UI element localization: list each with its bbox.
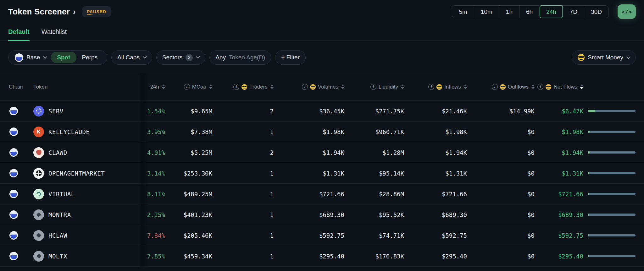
col-header-liquidity[interactable]: iLiquidity [344, 84, 404, 90]
cell-volumes: $1.98K [274, 128, 344, 135]
table-row[interactable]: MOLTX7.85%$459.34K1$295.40$176.83K$295.4… [0, 246, 644, 267]
table-row[interactable]: KKELLYCLAUDE3.95%$7.38M1$1.98K$960.71K$1… [0, 122, 644, 142]
cell-flow-bar [583, 151, 638, 154]
cell-chain [9, 107, 33, 115]
base-chain-icon [9, 107, 18, 115]
sort-up-arrow [531, 84, 535, 86]
paused-badge[interactable]: PAUSED [82, 6, 111, 17]
chain-icon-inner [10, 211, 17, 218]
token-icon-glyph [36, 254, 41, 259]
cell-change-24h: 7.85% [141, 253, 165, 260]
net-flow-bar-fill [588, 151, 590, 154]
timeframe-10m[interactable]: 10m [474, 6, 499, 18]
table-row[interactable]: CLAWD4.01%$5.25M2$1.94K$1.28M$1.94K$0$1.… [0, 142, 644, 163]
chevron-right-icon[interactable]: › [73, 7, 76, 17]
cell-mcap: $489.25M [165, 191, 212, 198]
chain-icon-inner [10, 191, 17, 197]
cell-liquidity: $28.86M [344, 191, 404, 198]
col-header-label: Token [33, 84, 47, 90]
code-view-button[interactable]: </> [618, 4, 636, 19]
net-flow-bar-fill [588, 214, 589, 216]
smart-money-dropdown[interactable]: Smart Money [572, 50, 636, 65]
market-toggle-spot[interactable]: Spot [51, 52, 76, 63]
cell-liquidity: $95.14K [344, 170, 404, 177]
caps-filter[interactable]: All Caps [111, 50, 152, 65]
tab-watchlist[interactable]: Watchlist [42, 23, 67, 41]
net-flow-bar [588, 110, 636, 112]
col-header-label: Outflows [508, 84, 529, 90]
col-header-change24h[interactable]: 24h [141, 84, 165, 90]
base-chain-icon [15, 53, 23, 62]
sectors-filter[interactable]: Sectors 3 [156, 50, 205, 65]
token-icon-glyph [36, 149, 42, 155]
net-flow-bar [588, 172, 636, 174]
filter-bar: Base Spot Perps All Caps Sectors 3 Any T… [0, 41, 644, 73]
token-age-filter[interactable]: Any Token Age(D) [209, 50, 271, 65]
info-icon[interactable]: i [302, 84, 308, 90]
token-table: ChainToken24hiMCapiTradersiVolumesiLiqui… [0, 73, 644, 267]
cell-flow-bar [583, 214, 638, 216]
col-header-label: Volumes [318, 84, 338, 90]
cell-liquidity: $95.52K [344, 211, 404, 218]
chain-dropdown[interactable]: Base [26, 54, 40, 61]
table-row[interactable]: MONTRA2.25%$401.23K1$689.30$95.52K$689.3… [0, 204, 644, 225]
cell-net-flows: $6.47K [535, 108, 583, 115]
cell-token: SERV [33, 106, 141, 117]
col-header-volumes[interactable]: iVolumes [274, 84, 344, 90]
cell-mcap: $205.46K [165, 232, 212, 239]
token-name: HCLAW [48, 232, 67, 239]
info-icon[interactable]: i [370, 84, 376, 90]
timeframe-24h[interactable]: 24h [539, 5, 563, 18]
table-row[interactable]: OPENAGENTMARKET3.14%$253.30K1$1.31K$95.1… [0, 163, 644, 184]
timeframe-30d[interactable]: 30D [584, 6, 608, 18]
chain-icon-inner [10, 232, 17, 239]
cell-inflows: $21.46K [404, 108, 467, 115]
col-header-mcap[interactable]: iMCap [165, 84, 212, 90]
timeframe-1h[interactable]: 1h [499, 6, 519, 18]
token-icon-glyph [36, 212, 41, 217]
cell-volumes: $689.30 [274, 211, 344, 218]
cell-liquidity: $271.75K [344, 108, 404, 115]
chain-icon-inner [10, 128, 17, 135]
info-icon[interactable]: i [233, 84, 239, 90]
sort-down-arrow [464, 87, 467, 89]
cell-chain [9, 169, 33, 177]
col-header-label: 24h [150, 84, 159, 90]
token-name: SERV [48, 108, 64, 115]
cell-inflows: $592.75 [404, 232, 467, 239]
sort-icon [209, 84, 212, 89]
col-header-outflows[interactable]: iOutflows [467, 84, 535, 90]
chevron-down-icon [143, 55, 147, 59]
net-flow-bar [588, 131, 636, 133]
col-header-inflows[interactable]: iInflows [404, 84, 467, 90]
base-chain-icon [9, 148, 18, 157]
sectors-count-badge: 3 [186, 54, 193, 61]
net-flow-bar-fill [588, 193, 589, 195]
timeframe-5m[interactable]: 5m [452, 6, 474, 18]
tab-default[interactable]: Default [8, 23, 30, 41]
timeframe-7d[interactable]: 7D [563, 6, 584, 18]
token-name: KELLYCLAUDE [48, 128, 90, 135]
table-row[interactable]: SERV1.54%$9.65M2$36.45K$271.75K$21.46K$1… [0, 101, 644, 122]
token-name: MOLTX [48, 253, 67, 260]
net-flow-bar [588, 151, 636, 154]
market-toggle-perps[interactable]: Perps [80, 54, 102, 61]
table-row[interactable]: HCLAW7.84%$205.46K1$592.75$74.71K$592.75… [0, 225, 644, 246]
cell-outflows: $0 [467, 170, 535, 177]
info-icon[interactable]: i [184, 84, 190, 90]
add-filter-button[interactable]: + Filter [275, 50, 306, 65]
sunglasses-emoji-icon [578, 54, 585, 61]
cell-flow-bar [583, 131, 638, 133]
info-icon[interactable]: i [537, 84, 543, 90]
cell-flow-bar [583, 172, 638, 174]
info-icon[interactable]: i [492, 84, 498, 90]
table-row[interactable]: VIRTUAL8.11%$489.25M1$721.66$28.86M$721.… [0, 184, 644, 204]
cell-outflows: $0 [467, 232, 535, 239]
sunglasses-emoji-icon [310, 84, 316, 90]
col-header-traders[interactable]: iTraders [212, 84, 274, 90]
sort-up-arrow [209, 84, 212, 86]
timeframe-6h[interactable]: 6h [519, 6, 539, 18]
col-header-netflows[interactable]: iNet Flows [535, 84, 583, 90]
cell-change-24h: 2.25% [141, 211, 165, 218]
info-icon[interactable]: i [428, 84, 434, 90]
